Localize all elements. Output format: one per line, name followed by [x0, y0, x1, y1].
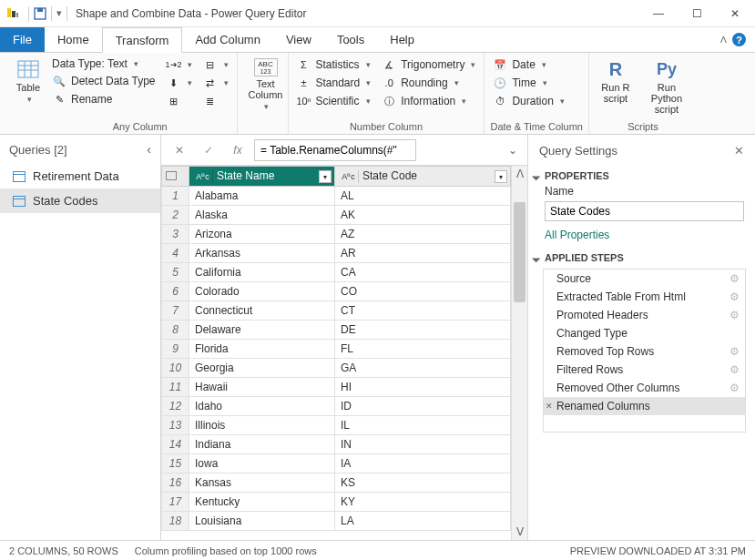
run-python-button[interactable]: Py Run Python script: [642, 56, 691, 119]
qat-overflow[interactable]: ▾: [56, 7, 62, 19]
collapse-ribbon-icon[interactable]: ᐱ: [720, 35, 727, 45]
applied-step[interactable]: Renamed Columns: [544, 397, 745, 415]
convert-list-button[interactable]: ≣: [200, 93, 231, 109]
gear-icon[interactable]: ⚙: [729, 290, 740, 303]
cell-state-code[interactable]: KY: [335, 493, 511, 512]
tab-view[interactable]: View: [273, 27, 324, 52]
cell-state-code[interactable]: AR: [335, 244, 511, 263]
table-row[interactable]: 15IowaIA: [162, 454, 511, 473]
cell-state-code[interactable]: CO: [335, 282, 511, 301]
cell-state-name[interactable]: Iowa: [189, 454, 335, 473]
cell-state-name[interactable]: Colorado: [189, 282, 335, 301]
move-button[interactable]: ⇄▾: [200, 75, 231, 91]
cell-state-name[interactable]: Connecticut: [189, 301, 335, 321]
table-row[interactable]: 13IllinoisIL: [162, 416, 511, 435]
scroll-up-icon[interactable]: ᐱ: [512, 166, 527, 182]
pivot-button[interactable]: ⊞: [164, 93, 195, 109]
table-row[interactable]: 7ConnecticutCT: [162, 301, 511, 321]
cell-state-name[interactable]: Georgia: [189, 359, 335, 378]
applied-step[interactable]: Promoted Headers⚙: [544, 306, 745, 324]
applied-step[interactable]: Extracted Table From Html⚙: [544, 288, 745, 306]
cell-state-name[interactable]: Kentucky: [189, 493, 335, 512]
statistics-button[interactable]: ΣStatistics▾: [294, 56, 374, 73]
table-row[interactable]: 12IdahoID: [162, 397, 511, 416]
data-grid[interactable]: AᴮcState Name▾ AᴮcState Code▾ 1AlabamaAL…: [161, 166, 511, 540]
applied-step[interactable]: Changed Type: [544, 324, 745, 342]
queries-header[interactable]: Queries [2] ‹: [0, 135, 160, 164]
tab-home[interactable]: Home: [45, 27, 102, 52]
scientific-button[interactable]: 10ⁿScientific▾: [294, 93, 374, 109]
trig-button[interactable]: ∡Trigonometry▾: [379, 56, 478, 73]
cell-state-name[interactable]: Idaho: [189, 397, 335, 416]
gear-icon[interactable]: ⚙: [729, 309, 740, 321]
cell-state-name[interactable]: Kansas: [189, 473, 335, 493]
tab-add-column[interactable]: Add Column: [182, 27, 273, 52]
applied-step[interactable]: Source⚙: [544, 270, 745, 288]
table-row[interactable]: 2AlaskaAK: [162, 206, 511, 225]
scroll-down-icon[interactable]: ᐯ: [512, 524, 527, 540]
gear-icon[interactable]: ⚙: [729, 272, 740, 285]
minimize-button[interactable]: —: [648, 7, 669, 20]
date-button[interactable]: 📅Date▾: [490, 56, 566, 73]
cell-state-name[interactable]: Delaware: [189, 321, 335, 340]
gear-icon[interactable]: ⚙: [729, 382, 740, 394]
table-row[interactable]: 18LouisianaLA: [162, 512, 511, 531]
select-all-corner[interactable]: [162, 167, 189, 187]
cell-state-code[interactable]: FL: [335, 340, 511, 359]
cell-state-name[interactable]: Alabama: [189, 187, 335, 206]
gear-icon[interactable]: ⚙: [729, 345, 740, 358]
filter-dropdown-icon[interactable]: ▾: [495, 170, 507, 183]
standard-button[interactable]: ±Standard▾: [294, 75, 374, 91]
tab-tools[interactable]: Tools: [324, 27, 377, 52]
table-row[interactable]: 6ColoradoCO: [162, 282, 511, 301]
maximize-button[interactable]: ☐: [686, 7, 708, 20]
duration-button[interactable]: ⏱Duration▾: [490, 93, 566, 109]
cell-state-code[interactable]: IN: [335, 435, 511, 454]
table-row[interactable]: 8DelawareDE: [162, 321, 511, 340]
text-column-button[interactable]: ABC123 Text Column ▾: [243, 56, 289, 113]
query-name-input[interactable]: [545, 201, 744, 221]
cell-state-name[interactable]: Florida: [189, 340, 335, 359]
cell-state-code[interactable]: LA: [335, 512, 511, 531]
table-row[interactable]: 14IndianaIN: [162, 435, 511, 454]
table-row[interactable]: 11HawaiiHI: [162, 378, 511, 397]
tab-help[interactable]: Help: [377, 27, 427, 52]
fill-button[interactable]: ⬇▾: [164, 75, 195, 91]
rounding-button[interactable]: .0Rounding▾: [379, 75, 478, 91]
table-row[interactable]: 16KansasKS: [162, 473, 511, 493]
cell-state-code[interactable]: AZ: [335, 225, 511, 244]
information-button[interactable]: ⓘInformation▾: [379, 93, 478, 109]
cell-state-code[interactable]: AK: [335, 206, 511, 225]
data-type-button[interactable]: Data Type: Text▾: [49, 56, 158, 71]
cell-state-code[interactable]: KS: [335, 473, 511, 493]
cell-state-code[interactable]: DE: [335, 321, 511, 340]
formula-input[interactable]: [254, 139, 416, 161]
applied-step[interactable]: Filtered Rows⚙: [544, 361, 745, 379]
cell-state-code[interactable]: AL: [335, 187, 511, 206]
vertical-scrollbar[interactable]: ᐱ ᐯ: [511, 166, 527, 540]
filter-dropdown-icon[interactable]: ▾: [319, 170, 332, 183]
scroll-thumb[interactable]: [514, 202, 525, 302]
confirm-formula-icon[interactable]: ✓: [196, 140, 221, 160]
cell-state-code[interactable]: GA: [335, 359, 511, 378]
gear-icon[interactable]: ⚙: [729, 363, 740, 376]
cell-state-code[interactable]: CA: [335, 263, 511, 282]
close-icon[interactable]: ✕: [734, 144, 744, 158]
table-row[interactable]: 17KentuckyKY: [162, 493, 511, 512]
table-row[interactable]: 1AlabamaAL: [162, 187, 511, 206]
fx-icon[interactable]: fx: [225, 140, 250, 160]
run-r-button[interactable]: R Run R script: [595, 56, 637, 119]
query-item-state-codes[interactable]: State Codes: [0, 188, 160, 213]
cancel-formula-icon[interactable]: ✕: [167, 140, 192, 160]
cell-state-code[interactable]: CT: [335, 301, 511, 321]
applied-step[interactable]: Removed Top Rows⚙: [544, 342, 745, 361]
tab-transform[interactable]: Transform: [102, 27, 183, 53]
table-row[interactable]: 5CaliforniaCA: [162, 263, 511, 282]
applied-steps-section[interactable]: APPLIED STEPS: [528, 247, 755, 267]
rename-button[interactable]: ✎Rename: [49, 91, 158, 107]
unpivot-button[interactable]: ⊟▾: [200, 56, 231, 73]
cell-state-name[interactable]: Hawaii: [189, 378, 335, 397]
all-properties-link[interactable]: All Properties: [528, 227, 755, 247]
tab-file[interactable]: File: [0, 27, 45, 52]
chevron-down-icon[interactable]: ⌄: [508, 144, 517, 157]
